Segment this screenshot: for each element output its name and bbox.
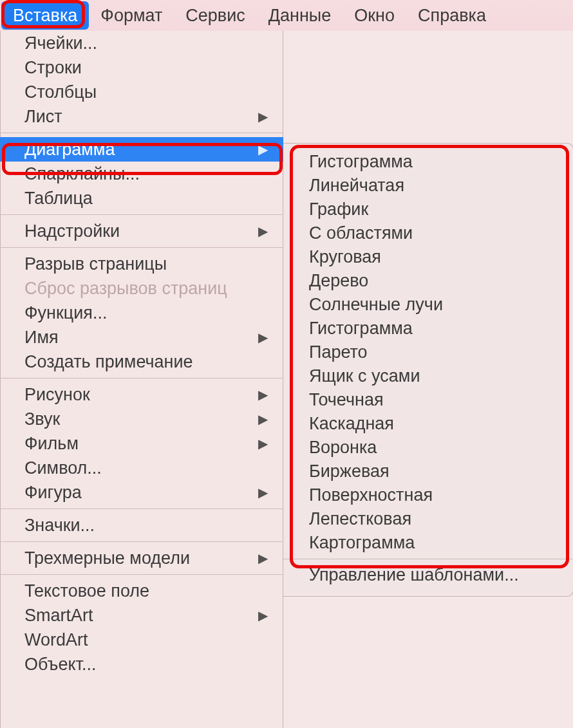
dd-icons[interactable]: Значки... <box>0 513 283 537</box>
sm-histogram[interactable]: Гистограмма <box>283 150 573 174</box>
dd-label: Звук <box>24 409 60 429</box>
dd-label: Трехмерные модели <box>24 548 190 568</box>
submenu-arrow-icon: ▶ <box>258 109 268 124</box>
submenu-chart: Гистограмма Линейчатая График С областям… <box>283 143 573 597</box>
sm-label: Точечная <box>309 390 384 410</box>
dd-label: WordArt <box>24 630 88 650</box>
sm-label: Линейчатая <box>309 176 404 196</box>
sm-label: Гистограмма <box>309 152 413 172</box>
dd-wordart[interactable]: WordArt <box>0 628 283 652</box>
sm-label: С областями <box>309 223 413 243</box>
sm-label: Картограмма <box>309 533 415 553</box>
sm-radar[interactable]: Лепестковая <box>283 507 573 531</box>
dd-label: Имя <box>24 328 59 348</box>
sm-pie[interactable]: Круговая <box>283 245 573 269</box>
menu-label: Сервис <box>185 6 245 26</box>
dd-page-break[interactable]: Разрыв страницы <box>0 252 283 276</box>
sm-label: Парето <box>309 342 368 362</box>
dd-addins[interactable]: Надстройки▶ <box>0 219 283 243</box>
dd-new-comment[interactable]: Создать примечание <box>0 350 283 374</box>
dd-label: Диаграмма <box>24 140 115 160</box>
dd-label: Сброс разрывов страниц <box>24 279 227 299</box>
dd-function[interactable]: Функция... <box>0 301 283 325</box>
menu-data[interactable]: Данные <box>257 0 343 31</box>
dd-sound[interactable]: Звук▶ <box>0 407 283 431</box>
dd-reset-page-breaks: Сброс разрывов страниц <box>0 276 283 301</box>
sm-label: Круговая <box>309 247 381 267</box>
sm-sunburst[interactable]: Солнечные лучи <box>283 293 573 317</box>
sm-surface[interactable]: Поверхностная <box>283 483 573 507</box>
dd-smartart[interactable]: SmartArt▶ <box>0 603 283 628</box>
dd-label: Фильм <box>24 434 79 454</box>
dd-label: Строки <box>24 58 82 78</box>
dd-rows[interactable]: Строки <box>0 55 283 80</box>
dd-movie[interactable]: Фильм▶ <box>0 431 283 456</box>
submenu-arrow-icon: ▶ <box>258 411 268 427</box>
menu-window[interactable]: Окно <box>343 0 406 31</box>
menu-label: Вставка <box>13 6 77 26</box>
sm-label: Каскадная <box>309 414 394 434</box>
sm-label: Поверхностная <box>309 485 433 505</box>
dd-label: Лист <box>24 107 62 127</box>
sm-treemap[interactable]: Дерево <box>283 269 573 293</box>
dropdown-insert: Ячейки... Строки Столбцы Лист▶ Диаграмма… <box>0 31 283 728</box>
dd-picture[interactable]: Рисунок▶ <box>0 382 283 407</box>
dd-name[interactable]: Имя▶ <box>0 325 283 350</box>
dd-separator <box>0 133 283 133</box>
menu-label: Справка <box>418 6 486 26</box>
dd-text-box[interactable]: Текстовое поле <box>0 579 283 603</box>
sm-label: Дерево <box>309 271 368 291</box>
dd-separator <box>0 509 283 509</box>
dd-label: Рисунок <box>24 385 90 405</box>
dd-label: Ячейки... <box>24 33 97 53</box>
menu-service[interactable]: Сервис <box>174 0 256 31</box>
dd-label: Символ... <box>24 458 102 478</box>
dd-separator <box>0 541 283 542</box>
dd-sparklines[interactable]: Спарклайны... <box>0 162 283 186</box>
sm-box-whisker[interactable]: Ящик с усами <box>283 364 573 388</box>
sm-map[interactable]: Картограмма <box>283 531 573 555</box>
submenu-arrow-icon: ▶ <box>258 142 268 157</box>
submenu-arrow-icon: ▶ <box>258 485 268 500</box>
dd-label: Надстройки <box>24 221 120 241</box>
sm-label: Ящик с усами <box>309 366 420 386</box>
dd-symbol[interactable]: Символ... <box>0 456 283 480</box>
sm-scatter[interactable]: Точечная <box>283 388 573 412</box>
dd-cells[interactable]: Ячейки... <box>0 31 283 55</box>
sm-label: Лепестковая <box>309 509 411 529</box>
menu-label: Данные <box>268 6 332 26</box>
dd-object[interactable]: Объект... <box>0 652 283 677</box>
sm-pareto[interactable]: Парето <box>283 341 573 364</box>
sm-label: Управление шаблонами... <box>309 565 519 585</box>
sm-bar[interactable]: Линейчатая <box>283 174 573 198</box>
sm-label: График <box>309 200 368 219</box>
menu-format[interactable]: Формат <box>89 0 174 31</box>
dd-3d-models[interactable]: Трехмерные модели▶ <box>0 546 283 570</box>
sm-label: Воронка <box>309 438 377 458</box>
dd-label: Функция... <box>24 303 107 323</box>
menu-insert[interactable]: Вставка <box>1 1 89 30</box>
sm-histogram2[interactable]: Гистограмма <box>283 317 573 341</box>
dd-table[interactable]: Таблица <box>0 186 283 210</box>
sm-stock[interactable]: Биржевая <box>283 460 573 483</box>
sm-label: Гистограмма <box>309 319 413 339</box>
dd-label: SmartArt <box>24 606 93 626</box>
dd-columns[interactable]: Столбцы <box>0 80 283 104</box>
dd-label: Текстовое поле <box>24 581 149 601</box>
menu-label: Окно <box>354 6 395 26</box>
dd-label: Значки... <box>24 516 95 536</box>
menu-label: Формат <box>100 6 162 26</box>
submenu-arrow-icon: ▶ <box>258 436 268 451</box>
sm-line[interactable]: График <box>283 198 573 221</box>
dd-sheet[interactable]: Лист▶ <box>0 104 283 129</box>
dd-label: Спарклайны... <box>24 164 140 184</box>
sm-manage-templates[interactable]: Управление шаблонами... <box>283 563 573 587</box>
dd-chart[interactable]: Диаграмма▶ <box>0 137 283 162</box>
dd-separator <box>0 247 283 248</box>
sm-funnel[interactable]: Воронка <box>283 436 573 460</box>
dd-label: Объект... <box>24 655 96 675</box>
sm-area[interactable]: С областями <box>283 221 573 245</box>
dd-shape[interactable]: Фигура▶ <box>0 480 283 505</box>
sm-waterfall[interactable]: Каскадная <box>283 412 573 436</box>
menu-help[interactable]: Справка <box>406 0 498 31</box>
